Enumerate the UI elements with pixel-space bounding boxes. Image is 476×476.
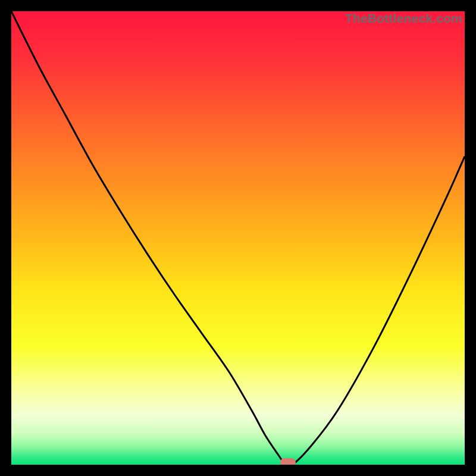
- bottleneck-curve: [11, 11, 465, 465]
- watermark-text: TheBottleneck.com: [345, 11, 462, 26]
- plot-curve-layer: [11, 11, 465, 465]
- chart-frame: TheBottleneck.com: [11, 11, 465, 465]
- optimal-point-marker: [280, 458, 296, 465]
